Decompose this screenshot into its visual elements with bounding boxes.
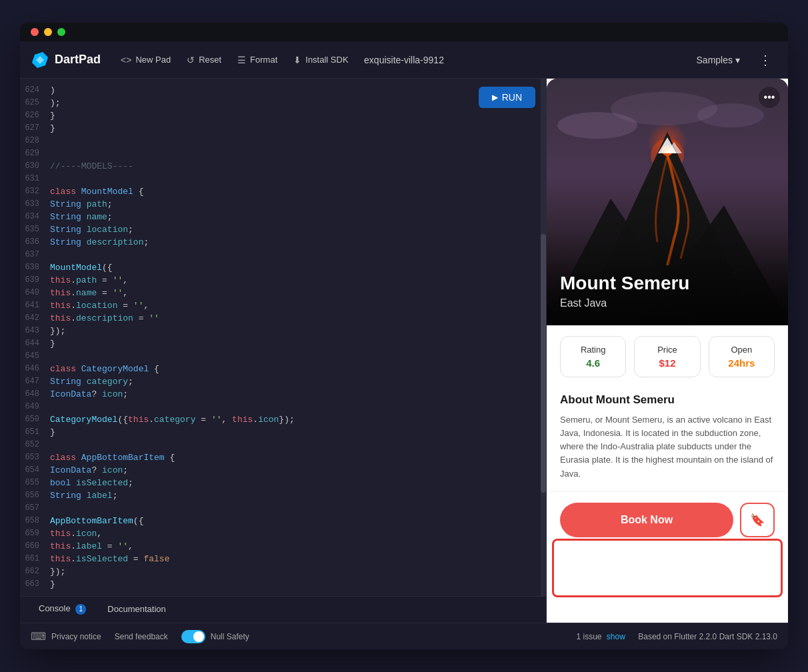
reset-icon: ↺: [187, 55, 195, 65]
more-options-button[interactable]: ⋮: [753, 49, 777, 71]
run-button[interactable]: ▶ RUN: [479, 87, 535, 108]
mountain-info-overlay: Mount Semeru East Java: [547, 259, 788, 325]
mountain-card: ••• Mount Semeru East Java Rating 4.6: [547, 79, 788, 551]
install-sdk-label: Install SDK: [305, 55, 348, 65]
send-feedback-link[interactable]: Send feedback: [115, 632, 168, 641]
maximize-btn[interactable]: [57, 28, 65, 36]
code-line: 655 bool isSelected;: [20, 477, 546, 489]
new-pad-button[interactable]: <> New Pad: [114, 51, 177, 69]
code-line: 630 //----MODELS----: [20, 160, 546, 173]
window-chrome: [20, 23, 788, 41]
new-pad-icon: <>: [121, 55, 131, 65]
editor-tabs: Console 1 Documentation: [20, 596, 546, 623]
code-line: 624 ): [20, 84, 546, 97]
code-line: 642 this.description = '': [20, 312, 546, 325]
mountain-image: ••• Mount Semeru East Java: [547, 79, 788, 325]
code-line: 653 class AppBottomBarItem {: [20, 451, 546, 464]
code-line: 646 class CategoryModel {: [20, 363, 546, 375]
keyboard-icon: ⌨: [31, 630, 46, 643]
stats-row: Rating 4.6 Price $12 Open 24hrs: [547, 325, 788, 388]
code-line: 660 this.label = '',: [20, 540, 546, 553]
code-line: 638 MountModel({: [20, 261, 546, 274]
rating-card: Rating 4.6: [560, 336, 626, 377]
chevron-down-icon: ▾: [735, 55, 740, 65]
reset-label: Reset: [199, 55, 221, 65]
preview-panel: ••• Mount Semeru East Java Rating 4.6: [547, 79, 788, 623]
code-line: 657: [20, 502, 546, 515]
price-value: $12: [640, 357, 694, 369]
documentation-tab-label: Documentation: [107, 604, 165, 614]
code-line: 651 }: [20, 426, 546, 439]
issue-count: 1 issue: [576, 632, 601, 641]
close-btn[interactable]: [31, 28, 39, 36]
toolbar: DartPad <> New Pad ↺ Reset ☰ Format ⬇ In…: [20, 41, 788, 79]
code-line: 648 IconData? icon;: [20, 388, 546, 401]
console-badge: 1: [75, 604, 86, 615]
status-left: ⌨ Privacy notice Send feedback: [31, 630, 168, 643]
null-safety-toggle[interactable]: Null Safety: [181, 630, 249, 643]
about-text: Semeru, or Mount Semeru, is an active vo…: [560, 413, 775, 481]
install-icon: ⬇: [293, 55, 301, 65]
code-area[interactable]: 624 ) 625 ); 626 } 627 }: [20, 79, 546, 596]
new-pad-label: New Pad: [135, 55, 171, 65]
open-card: Open 24hrs: [709, 336, 775, 377]
code-line: 626 }: [20, 109, 546, 122]
install-sdk-button[interactable]: ⬇ Install SDK: [287, 51, 355, 69]
logo-text: DartPad: [55, 53, 101, 67]
rating-value: 4.6: [566, 357, 620, 369]
code-line: 639 this.path = '',: [20, 274, 546, 287]
mountain-name: Mount Semeru: [560, 272, 775, 295]
samples-label: Samples: [697, 55, 733, 65]
about-title: About Mount Semeru: [560, 393, 775, 407]
code-line: 645: [20, 350, 546, 363]
code-line: 656 String label;: [20, 489, 546, 502]
editor-body: ▶ RUN 624 ) 625 ); 626: [20, 79, 546, 596]
show-link[interactable]: show: [607, 632, 625, 641]
reset-button[interactable]: ↺ Reset: [180, 51, 228, 69]
code-line: 627 }: [20, 122, 546, 135]
image-more-button[interactable]: •••: [759, 87, 780, 108]
tab-documentation[interactable]: Documentation: [97, 599, 176, 621]
code-line: 652: [20, 439, 546, 451]
more-icon: •••: [764, 91, 775, 103]
code-line: 629: [20, 147, 546, 160]
code-line: 643 });: [20, 325, 546, 337]
code-line: 634 String name;: [20, 211, 546, 223]
rating-label: Rating: [566, 345, 620, 355]
code-line: 663 }: [20, 578, 546, 591]
price-label: Price: [640, 345, 694, 355]
run-btn-container: ▶ RUN: [479, 87, 535, 108]
privacy-notice-link[interactable]: Privacy notice: [51, 632, 101, 641]
code-line: 640 this.name = '',: [20, 287, 546, 299]
open-value: 24hrs: [715, 357, 769, 369]
samples-button[interactable]: Samples ▾: [691, 52, 745, 68]
editor-scrollbar[interactable]: [541, 79, 546, 596]
code-line: 658 AppBottomBarItem({: [20, 515, 546, 527]
bookmark-button[interactable]: 🔖: [740, 503, 775, 537]
sdk-info: Based on Flutter 2.2.0 Dart SDK 2.13.0: [638, 632, 777, 641]
main-window: DartPad <> New Pad ↺ Reset ☰ Format ⬇ In…: [20, 23, 788, 649]
tab-console[interactable]: Console 1: [28, 598, 97, 621]
flutter-preview: ••• Mount Semeru East Java Rating 4.6: [547, 79, 788, 623]
run-label: RUN: [502, 92, 522, 103]
format-button[interactable]: ☰ Format: [231, 51, 284, 69]
code-line: 636 String description;: [20, 236, 546, 249]
book-now-button[interactable]: Book Now: [560, 503, 733, 537]
bookmark-icon: 🔖: [750, 513, 765, 527]
toggle-track[interactable]: [181, 630, 205, 643]
play-icon: ▶: [492, 93, 498, 102]
mountain-location: East Java: [560, 297, 775, 309]
format-icon: ☰: [237, 55, 246, 65]
action-row: Book Now 🔖: [547, 491, 788, 551]
code-line: 661 this.isSelected = false: [20, 553, 546, 565]
code-line: 628: [20, 135, 546, 147]
scrollbar-thumb: [541, 234, 546, 493]
minimize-btn[interactable]: [44, 28, 52, 36]
code-line: 647 String category;: [20, 375, 546, 388]
logo: DartPad: [31, 51, 101, 69]
code-line: 633 String path;: [20, 198, 546, 211]
code-line: 637: [20, 249, 546, 261]
about-section: About Mount Semeru Semeru, or Mount Seme…: [547, 388, 788, 491]
null-safety-label: Null Safety: [211, 632, 249, 641]
code-line: 625 );: [20, 97, 546, 109]
